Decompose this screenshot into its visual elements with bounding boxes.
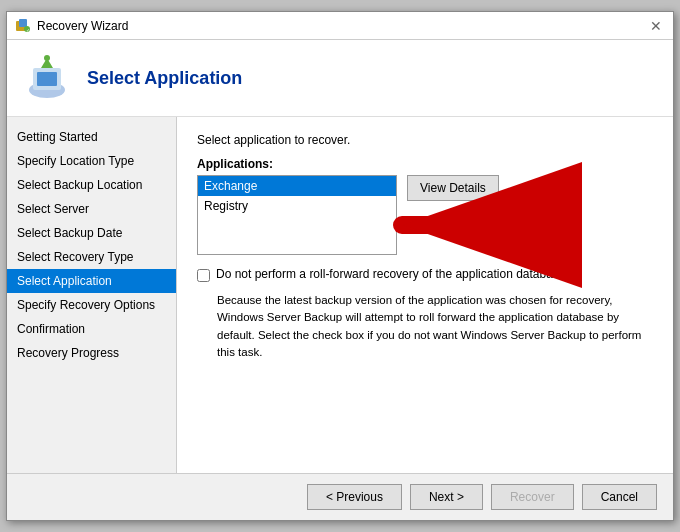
header-section: Select Application	[7, 40, 673, 117]
next-button[interactable]: Next >	[410, 484, 483, 510]
sidebar-item-select-application[interactable]: Select Application	[7, 269, 176, 293]
footer: < Previous Next > Recover Cancel	[7, 473, 673, 520]
checkbox-row: Do not perform a roll-forward recovery o…	[197, 267, 653, 282]
content-area: Select application to recover. Applicati…	[177, 117, 673, 473]
sidebar-item-getting-started[interactable]: Getting Started	[7, 125, 176, 149]
sidebar: Getting Started Specify Location Type Se…	[7, 117, 177, 473]
sidebar-item-select-recovery-type[interactable]: Select Recovery Type	[7, 245, 176, 269]
app-list-container: Exchange Registry View Details	[197, 175, 653, 255]
wizard-icon: ✓	[15, 18, 31, 34]
header-icon	[23, 54, 71, 102]
previous-button[interactable]: < Previous	[307, 484, 402, 510]
no-rollforward-checkbox[interactable]	[197, 269, 210, 282]
view-details-button[interactable]: View Details	[407, 175, 499, 201]
recover-button[interactable]: Recover	[491, 484, 574, 510]
sidebar-item-confirmation[interactable]: Confirmation	[7, 317, 176, 341]
info-text: Because the latest backup version of the…	[217, 292, 653, 361]
title-bar: ✓ Recovery Wizard ✕	[7, 12, 673, 40]
svg-text:✓: ✓	[26, 26, 30, 32]
cancel-button[interactable]: Cancel	[582, 484, 657, 510]
title-bar-left: ✓ Recovery Wizard	[15, 18, 128, 34]
sidebar-item-select-backup-location[interactable]: Select Backup Location	[7, 173, 176, 197]
title-bar-text: Recovery Wizard	[37, 19, 128, 33]
checkbox-label: Do not perform a roll-forward recovery o…	[216, 267, 575, 281]
recovery-wizard-window: ✓ Recovery Wizard ✕ Select Application G…	[6, 11, 674, 521]
close-button[interactable]: ✕	[647, 17, 665, 35]
content-description: Select application to recover.	[197, 133, 653, 147]
sidebar-item-select-server[interactable]: Select Server	[7, 197, 176, 221]
app-listbox[interactable]: Exchange Registry	[197, 175, 397, 255]
sidebar-item-specify-location-type[interactable]: Specify Location Type	[7, 149, 176, 173]
app-list-item-exchange[interactable]: Exchange	[198, 176, 396, 196]
app-list-item-registry[interactable]: Registry	[198, 196, 396, 216]
sidebar-item-specify-recovery-options[interactable]: Specify Recovery Options	[7, 293, 176, 317]
header-title: Select Application	[87, 68, 242, 89]
svg-rect-6	[37, 72, 57, 86]
sidebar-item-select-backup-date[interactable]: Select Backup Date	[7, 221, 176, 245]
svg-point-8	[44, 55, 50, 61]
main-area: Getting Started Specify Location Type Se…	[7, 117, 673, 473]
applications-label: Applications:	[197, 157, 653, 171]
sidebar-item-recovery-progress[interactable]: Recovery Progress	[7, 341, 176, 365]
